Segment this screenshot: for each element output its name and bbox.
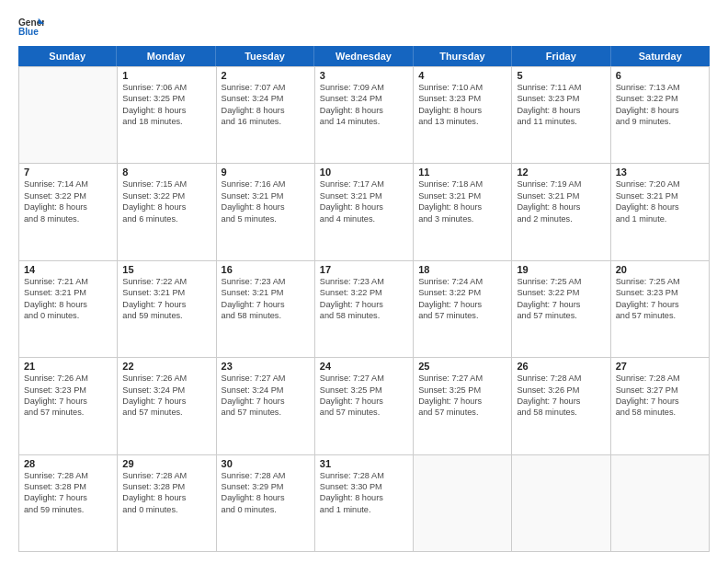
cell-info-line: Sunrise: 7:25 AM [616,276,704,287]
cell-info-line: and 9 minutes. [616,116,704,127]
cell-info-line: Sunrise: 7:11 AM [517,82,605,93]
cell-info-line: Daylight: 8 hours [418,105,506,116]
cell-info-line: Sunrise: 7:10 AM [418,82,506,93]
cell-info-line: Sunrise: 7:24 AM [418,276,506,287]
cell-info-line: and 58 minutes. [320,310,408,321]
calendar-week-2: 7Sunrise: 7:14 AMSunset: 3:22 PMDaylight… [19,164,710,260]
cell-info-line: Daylight: 7 hours [24,396,112,407]
header-day-friday: Friday [512,46,610,66]
cell-info-line: and 13 minutes. [418,116,506,127]
cell-info-line: Daylight: 7 hours [122,299,210,310]
calendar-cell: 26Sunrise: 7:28 AMSunset: 3:26 PMDayligh… [512,358,610,454]
logo-icon: General Blue [18,17,44,37]
cell-info-line: Sunset: 3:23 PM [616,287,704,298]
cell-info-line: Sunrise: 7:13 AM [616,82,704,93]
day-number: 2 [222,70,310,81]
day-number: 11 [418,167,506,178]
cell-info-line: Daylight: 8 hours [24,201,112,213]
header-day-saturday: Saturday [611,46,710,66]
cell-info-line: Daylight: 8 hours [517,201,605,213]
cell-info-line: Sunset: 3:21 PM [222,287,310,298]
cell-info-line: Sunset: 3:23 PM [517,93,605,104]
cell-info-line: Daylight: 8 hours [122,492,210,503]
cell-info-line: Sunrise: 7:09 AM [320,82,408,93]
calendar-cell: 2Sunrise: 7:07 AMSunset: 3:24 PMDaylight… [217,67,315,164]
day-number: 25 [418,361,506,372]
header-day-sunday: Sunday [18,46,117,66]
calendar-cell: 25Sunrise: 7:27 AMSunset: 3:25 PMDayligh… [414,358,512,454]
day-number: 24 [320,361,408,372]
cell-info-line: and 57 minutes. [320,407,408,418]
cell-info-line: Sunset: 3:22 PM [517,287,605,298]
cell-info-line: Sunrise: 7:28 AM [222,470,310,481]
calendar-cell: 29Sunrise: 7:28 AMSunset: 3:28 PMDayligh… [118,455,216,552]
day-number: 10 [320,167,408,178]
cell-info-line: Sunset: 3:21 PM [517,190,605,201]
cell-info-line: Sunrise: 7:28 AM [517,373,605,384]
calendar: SundayMondayTuesdayWednesdayThursdayFrid… [18,46,710,552]
cell-info-line: Daylight: 8 hours [320,105,408,116]
calendar-week-1: 1Sunrise: 7:06 AMSunset: 3:25 PMDaylight… [19,67,710,164]
calendar-cell: 9Sunrise: 7:16 AMSunset: 3:21 PMDaylight… [217,164,315,260]
cell-info-line: Sunset: 3:24 PM [320,93,408,104]
cell-info-line: Daylight: 7 hours [320,396,408,407]
calendar-cell: 31Sunrise: 7:28 AMSunset: 3:30 PMDayligh… [315,455,414,552]
cell-info-line: and 58 minutes. [517,407,605,418]
cell-info-line: Sunset: 3:27 PM [616,385,704,396]
calendar-week-3: 14Sunrise: 7:21 AMSunset: 3:21 PMDayligh… [19,261,710,358]
cell-info-line: Sunset: 3:22 PM [616,93,704,104]
cell-info-line: Sunrise: 7:23 AM [320,276,408,287]
cell-info-line: Sunrise: 7:20 AM [616,178,704,190]
day-number: 9 [222,167,310,178]
cell-info-line: Sunrise: 7:14 AM [24,178,112,190]
day-number: 3 [320,70,408,81]
cell-info-line: Daylight: 7 hours [222,396,310,407]
cell-info-line: and 5 minutes. [222,213,310,224]
calendar-cell: 5Sunrise: 7:11 AMSunset: 3:23 PMDaylight… [512,67,610,164]
day-number: 7 [24,167,112,178]
cell-info-line: Sunset: 3:21 PM [122,287,210,298]
cell-info-line: Sunset: 3:24 PM [122,385,210,396]
cell-info-line: Sunrise: 7:27 AM [418,373,506,384]
calendar-cell: 12Sunrise: 7:19 AMSunset: 3:21 PMDayligh… [512,164,610,260]
cell-info-line: Daylight: 7 hours [320,299,408,310]
cell-info-line: Sunrise: 7:07 AM [222,82,310,93]
cell-info-line: Daylight: 8 hours [24,299,112,310]
cell-info-line: Daylight: 8 hours [320,201,408,213]
calendar-cell: 18Sunrise: 7:24 AMSunset: 3:22 PMDayligh… [414,261,512,358]
cell-info-line: Sunrise: 7:06 AM [122,82,210,93]
cell-info-line: Sunrise: 7:23 AM [222,276,310,287]
calendar-cell: 30Sunrise: 7:28 AMSunset: 3:29 PMDayligh… [217,455,315,552]
calendar-week-4: 21Sunrise: 7:26 AMSunset: 3:23 PMDayligh… [19,358,710,454]
calendar-cell: 20Sunrise: 7:25 AMSunset: 3:23 PMDayligh… [611,261,710,358]
calendar-cell [512,455,610,552]
calendar-cell [414,455,512,552]
cell-info-line: Sunrise: 7:18 AM [418,178,506,190]
cell-info-line: Sunrise: 7:19 AM [517,178,605,190]
cell-info-line: Daylight: 8 hours [222,492,310,503]
cell-info-line: Sunset: 3:25 PM [418,385,506,396]
day-number: 30 [222,458,310,469]
cell-info-line: Daylight: 7 hours [122,396,210,407]
calendar-cell [19,67,118,164]
cell-info-line: Daylight: 8 hours [320,492,408,503]
cell-info-line: Sunrise: 7:28 AM [320,470,408,481]
cell-info-line: Sunrise: 7:16 AM [222,178,310,190]
calendar-cell: 28Sunrise: 7:28 AMSunset: 3:28 PMDayligh… [19,455,118,552]
cell-info-line: Sunrise: 7:26 AM [24,373,112,384]
calendar-cell: 19Sunrise: 7:25 AMSunset: 3:22 PMDayligh… [512,261,610,358]
cell-info-line: Sunset: 3:28 PM [24,481,112,492]
calendar-cell: 13Sunrise: 7:20 AMSunset: 3:21 PMDayligh… [611,164,710,260]
cell-info-line: Daylight: 7 hours [517,299,605,310]
cell-info-line: Sunset: 3:29 PM [222,481,310,492]
cell-info-line: Sunset: 3:22 PM [418,287,506,298]
calendar-cell: 11Sunrise: 7:18 AMSunset: 3:21 PMDayligh… [414,164,512,260]
calendar-cell: 21Sunrise: 7:26 AMSunset: 3:23 PMDayligh… [19,358,118,454]
cell-info-line: Daylight: 7 hours [24,492,112,503]
day-number: 23 [222,361,310,372]
day-number: 31 [320,458,408,469]
day-number: 12 [517,167,605,178]
cell-info-line: Daylight: 8 hours [418,201,506,213]
cell-info-line: Daylight: 8 hours [122,201,210,213]
cell-info-line: Sunset: 3:24 PM [222,93,310,104]
